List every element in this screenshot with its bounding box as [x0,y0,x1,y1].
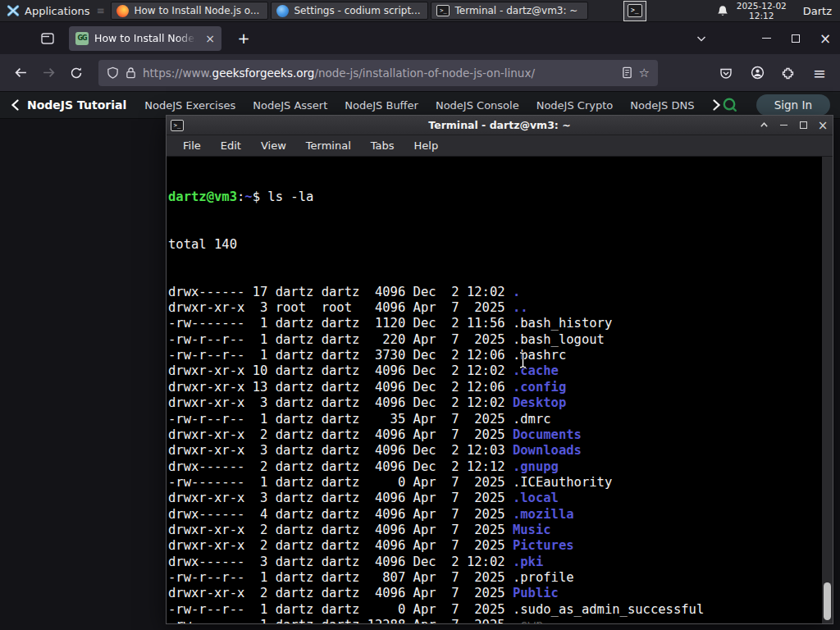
file-meta: -rw-r--r-- 1 dartz dartz 35 Apr 7 2025 [168,412,513,427]
terminal-listing-row: drwxr-xr-x 2 dartz dartz 4096 Apr 7 2025… [168,523,821,538]
file-name: .ICEauthority [513,475,612,490]
file-meta: -rw-r--r-- 1 dartz dartz 807 Apr 7 2025 [168,570,513,585]
file-name: .mozilla [513,507,574,522]
list-all-tabs-button[interactable] [689,26,714,51]
file-meta: drwxr-xr-x 10 dartz dartz 4096 Dec 2 12:… [168,363,513,378]
terminal-listing-row: drwxr-xr-x 10 dartz dartz 4096 Dec 2 12:… [168,363,821,379]
file-meta: drwxr-xr-x 3 dartz dartz 4096 Dec 2 12:0… [168,443,513,458]
file-meta: drwxr-xr-x 3 root root 4096 Apr 7 2025 [168,300,513,315]
firefox-toolbar: https://www.geeksforgeeks.org/node-js/in… [0,54,840,92]
applications-menu-button[interactable]: Applications [0,0,96,22]
terminal-maximize-button[interactable] [793,116,813,135]
pocket-icon[interactable] [712,59,740,87]
terminal-listing-row: drwx------ 4 dartz dartz 4096 Apr 7 2025… [168,507,821,523]
file-meta: drwx------ 3 dartz dartz 4096 Dec 2 12:0… [168,555,513,569]
shield-icon[interactable] [107,66,119,80]
file-name: .bash_history [513,316,612,331]
file-meta: drwx------ 4 dartz dartz 4096 Apr 7 2025 [168,507,513,522]
terminal-close-button[interactable]: × [813,116,833,135]
terminal-command: ls -la [267,189,313,204]
file-name: Public [513,586,559,600]
firefox-view-icon[interactable] [36,27,59,50]
firefox-icon [116,5,129,17]
browser-maximize-button[interactable] [781,25,810,52]
terminal-listing-row: -rw-r--r-- 1 dartz dartz 220 Apr 7 2025 … [168,332,821,348]
terminal-listing-row: drwxr-xr-x 2 dartz dartz 4096 Apr 7 2025… [168,586,821,601]
tab-title: How to Install Node.js on [94,32,199,44]
menu-tabs[interactable]: Tabs [361,139,404,152]
reader-mode-icon[interactable] [622,66,632,79]
back-button[interactable] [7,59,34,87]
tab-close-icon[interactable]: × [205,32,215,45]
menu-help[interactable]: Help [404,139,449,152]
terminal-minimize-button[interactable] [774,116,793,135]
forward-button[interactable] [34,59,62,87]
panel-clock[interactable]: 2025-12-02 12:12 [737,1,787,21]
new-tab-button[interactable]: + [231,26,256,51]
search-icon[interactable] [722,97,738,113]
menu-file[interactable]: File [173,139,211,152]
menu-view[interactable]: View [251,139,296,152]
file-name: .pki [513,555,543,569]
extensions-puzzle-icon[interactable] [774,59,802,87]
file-name: Desktop [513,395,566,410]
file-name: . [513,285,520,299]
file-meta: -rw------- 1 dartz dartz 12288 Apr 7 202… [168,618,513,623]
terminal-listing-row: -rw------- 1 dartz dartz 1120 Dec 2 11:5… [168,316,821,331]
taskbar-button-terminal[interactable]: Terminal - dartz@vm3: ~ [431,2,588,20]
account-icon[interactable] [743,59,771,87]
nav-link-nodejs-console[interactable]: NodeJS Console [436,99,519,112]
url-domain: geeksforgeeks.org [212,66,315,80]
terminal-scrollbar-thumb[interactable] [824,582,831,620]
prompt-user-host: dartz@vm3 [168,189,237,204]
sign-in-button[interactable]: Sign In [756,94,830,116]
terminal-icon [436,5,450,16]
prompt-suffix: $ [253,189,268,204]
reload-button[interactable] [62,59,90,87]
nav-scroll-right-icon[interactable] [711,99,722,111]
terminal-titlebar[interactable]: Terminal - dartz@vm3: ~ × [167,116,833,135]
browser-minimize-button[interactable] [751,25,781,52]
clock-date: 2025-12-02 [737,1,787,11]
terminal-window-title: Terminal - dartz@vm3: ~ [167,119,833,131]
terminal-listing-row: drwxr-xr-x 3 dartz dartz 4096 Dec 2 12:0… [168,443,821,459]
terminal-listing-row: -rw-r--r-- 1 dartz dartz 0 Apr 7 2025 .s… [168,602,821,618]
file-meta: -rw------- 1 dartz dartz 0 Apr 7 2025 [168,475,513,490]
nav-link-nodejs-dns[interactable]: NodeJS DNS [630,99,694,112]
geeksforgeeks-favicon [75,32,89,45]
file-name: .dmrc [513,412,551,427]
nav-link-nodejs-crypto[interactable]: NodeJS Crypto [536,99,614,112]
nav-link-nodejs-assert[interactable]: NodeJS Assert [253,99,327,112]
file-meta: -rw-r--r-- 1 dartz dartz 0 Apr 7 2025 [168,602,513,617]
prompt-path: ~ [244,189,252,204]
terminal-prompt-line: dartz@vm3:~$ ls -la [168,189,821,205]
file-name: .sudo_as_admin_successful [513,602,704,617]
taskbar-button-codium[interactable]: Settings - codium script... [271,2,428,20]
tray-terminal-launcher[interactable] [623,1,646,21]
terminal-listing-row: drwxr-xr-x 13 dartz dartz 4096 Dec 2 12:… [168,380,821,395]
terminal-listing-row: drwx------ 3 dartz dartz 4096 Dec 2 12:0… [168,555,821,570]
url-bar[interactable]: https://www.geeksforgeeks.org/node-js/in… [98,60,658,86]
lock-icon[interactable] [126,66,136,79]
browser-tab-active[interactable]: How to Install Node.js on × [69,26,221,51]
terminal-shade-button[interactable] [754,116,774,135]
app-menu-icon[interactable]: ≡ [806,59,833,87]
menu-terminal[interactable]: Terminal [296,139,361,152]
nav-link-nodejs-tutorial[interactable]: NodeJS Tutorial [27,98,126,112]
nav-link-nodejs-buffer[interactable]: NodeJS Buffer [345,99,418,112]
nav-scroll-left-icon[interactable] [10,99,21,111]
taskbar-button-firefox[interactable]: How to Install Node.js o... [111,2,268,20]
file-name: Pictures [513,538,574,553]
clock-time: 12:12 [737,11,787,21]
browser-close-button[interactable]: × [810,25,840,52]
panel-user-menu[interactable]: Dartz [803,5,832,17]
file-meta: drwxr-xr-x 13 dartz dartz 4096 Dec 2 12:… [168,380,513,395]
notification-bell-icon[interactable] [717,5,728,17]
file-meta: -rw------- 1 dartz dartz 1120 Dec 2 11:5… [168,316,513,331]
file-meta: drwx------ 2 dartz dartz 4096 Dec 2 12:1… [168,459,513,474]
nav-link-nodejs-exercises[interactable]: NodeJS Exercises [144,99,235,112]
bookmark-star-icon[interactable]: ☆ [639,66,650,80]
file-meta: drwxr-xr-x 3 dartz dartz 4096 Apr 7 2025 [168,491,513,505]
terminal-scrollbar-track[interactable] [822,157,833,623]
menu-edit[interactable]: Edit [211,139,251,152]
